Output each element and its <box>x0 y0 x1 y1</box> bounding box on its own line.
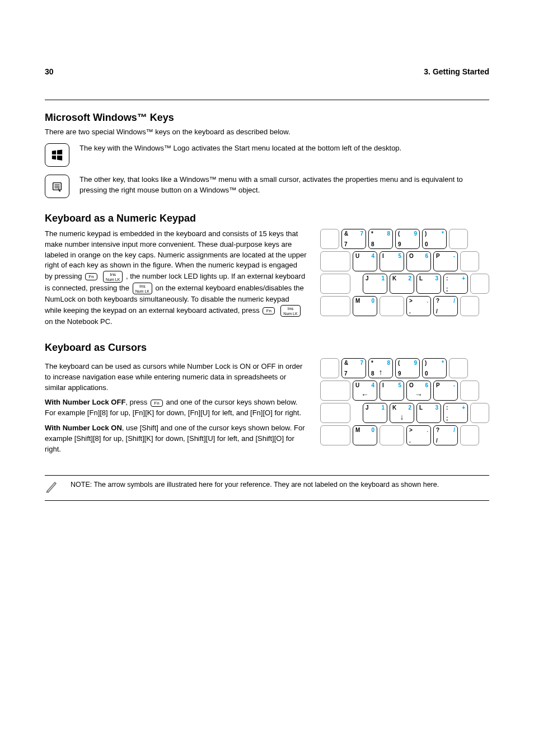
ins-numlk-key-icon: InsNum LK <box>103 271 123 283</box>
keyboard-key: (99 <box>395 229 420 249</box>
keyboard-key <box>460 381 479 401</box>
windows-logo-key-icon <box>45 143 69 167</box>
keyboard-key: :;+ <box>443 274 468 294</box>
windows-logo-key-desc: The key with the Windows™ Logo activates… <box>79 143 401 154</box>
keyboard-key <box>380 296 404 316</box>
numlock-off-label: With Number Lock OFF <box>45 398 125 406</box>
keyboard-key <box>380 425 404 445</box>
keyboard-key: U4← <box>353 381 377 401</box>
windows-keys-intro: There are two special Windows™ keys on t… <box>45 127 489 138</box>
menu-key-desc: The other key, that looks like a Windows… <box>79 175 489 196</box>
keyboard-key: (99 <box>395 358 420 378</box>
keyboard-key <box>320 251 350 271</box>
keyboard-key: &77 <box>341 229 366 249</box>
keyboard-key: M0 <box>353 296 377 316</box>
keyboard-key: U4 <box>353 251 377 271</box>
keyboard-key: )0* <box>422 358 447 378</box>
keyboard-key: I5 <box>380 381 404 401</box>
cursor-keypad-diagram: &77*88↑(99)0*U4←I5O6→P-J1K2↓L3:;+M0>..?/… <box>320 358 489 445</box>
keyboard-key <box>320 229 339 249</box>
keyboard-key: K2 <box>390 274 414 294</box>
fn-key-icon: Fn <box>85 273 97 280</box>
keyboard-key: L3 <box>416 274 441 294</box>
keyboard-key: K2↓ <box>390 403 414 423</box>
keyboard-key <box>470 274 489 294</box>
keyboard-key: P- <box>433 381 458 401</box>
keyboard-key: O6→ <box>406 381 431 401</box>
keyboard-key: :;+ <box>443 403 468 423</box>
menu-key-icon <box>45 175 69 198</box>
ins-numlk-key-icon: InsNum LK <box>280 305 300 317</box>
keyboard-key: ?// <box>433 425 458 445</box>
keyboard-key: I5 <box>380 251 404 271</box>
fn-key-icon: Fn <box>151 400 163 407</box>
numpad-text-d: on the Notebook PC. <box>45 317 113 326</box>
ins-numlk-key-icon: InsNum LK <box>133 283 152 294</box>
keyboard-key: *88 <box>368 229 393 249</box>
keyboard-key: >.. <box>406 296 431 316</box>
keyboard-key <box>320 381 350 401</box>
keyboard-key <box>460 251 479 271</box>
keyboard-key: L3 <box>416 403 441 423</box>
keyboard-key: ?// <box>433 296 458 316</box>
section-heading-cursors: Keyboard as Cursors <box>45 342 489 354</box>
numeric-keypad-paragraph: The numeric keypad is embedded in the ke… <box>45 229 307 327</box>
keyboard-key: J1 <box>363 274 387 294</box>
section-heading-windows-keys: Microsoft Windows™ Keys <box>45 112 489 124</box>
keyboard-key: &77 <box>341 358 366 378</box>
note-text: NOTE: The arrow symbols are illustrated … <box>71 480 439 490</box>
keyboard-key <box>320 274 350 294</box>
cursors-para1: The keyboard can be used as cursors whil… <box>45 361 307 393</box>
keyboard-key <box>320 425 350 445</box>
keyboard-key <box>320 358 339 378</box>
numeric-keypad-diagram: &77*88(99)0*U4I5O6P-J1K2L3:;+M0>..?// <box>320 229 489 316</box>
keyboard-key: *88↑ <box>368 358 393 378</box>
page-number: 30 <box>45 67 54 76</box>
keyboard-key <box>460 425 479 445</box>
keyboard-key <box>320 296 350 316</box>
keyboard-key <box>449 229 468 249</box>
keyboard-key: >.. <box>406 425 431 445</box>
keyboard-key: P- <box>433 251 458 271</box>
note-icon <box>45 480 60 496</box>
keyboard-key <box>470 403 489 423</box>
cursors-paragraphs: The keyboard can be used as cursors whil… <box>45 358 307 459</box>
cursors-para3: With Number Lock ON, use [Shift] and one… <box>45 423 307 455</box>
numlock-on-label: With Number Lock ON <box>45 424 122 432</box>
keyboard-key: J1 <box>363 403 387 423</box>
keyboard-key <box>460 296 479 316</box>
top-rule <box>45 100 489 100</box>
keyboard-key <box>320 403 350 423</box>
fn-key-icon: Fn <box>263 307 275 314</box>
keyboard-key: M0 <box>353 425 377 445</box>
keyboard-key: O6 <box>406 251 431 271</box>
section-heading-numeric-keypad: Keyboard as a Numeric Keypad <box>45 213 489 224</box>
chapter-label: 3. Getting Started <box>424 67 489 76</box>
keyboard-key <box>449 358 468 378</box>
cursors-para2: With Number Lock OFF, press Fn and one o… <box>45 397 307 419</box>
keyboard-key: )0* <box>422 229 447 249</box>
